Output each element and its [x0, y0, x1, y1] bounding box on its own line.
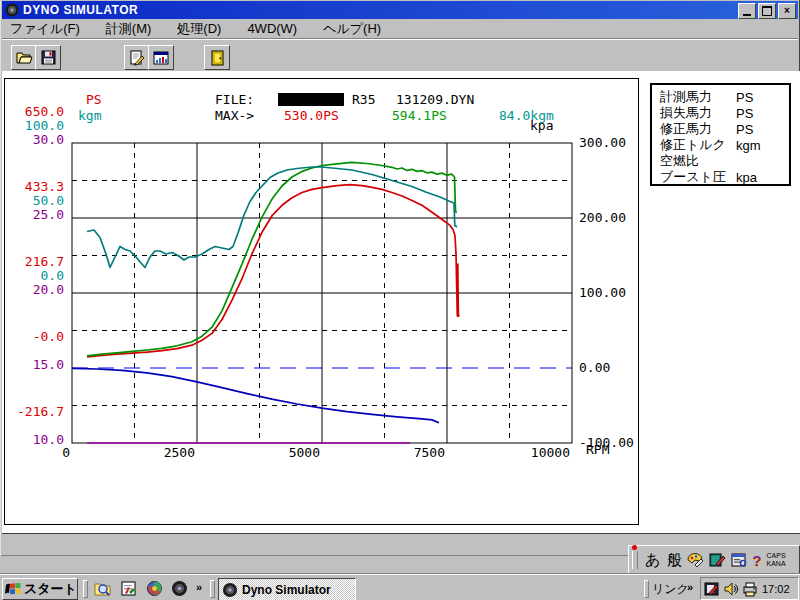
dyno-app-icon — [222, 582, 238, 598]
y-axis-af-label: 20.0 — [2, 283, 64, 297]
ime-dictionary-icon[interactable] — [708, 551, 726, 569]
quicklaunch-grip[interactable] — [83, 580, 88, 598]
y-axis-ps-label: -0.0 — [2, 330, 64, 344]
edit-report-button[interactable] — [124, 45, 150, 70]
curve-損失馬力 — [72, 368, 439, 422]
ime-caps-kana-indicator: CAPS KANA — [767, 552, 786, 568]
close-icon: × — [784, 6, 790, 16]
titlebar[interactable]: DYNO SIMULATOR × — [2, 1, 798, 19]
legend-row: 空燃比 — [660, 153, 789, 169]
minimize-icon — [743, 14, 751, 16]
legend-unit: PS — [736, 122, 753, 137]
y-axis-af-label: 30.0 — [2, 133, 64, 147]
floppy-disk-icon — [41, 50, 56, 65]
taskbar: スタート » — [0, 574, 800, 600]
window-title: DYNO SIMULATOR — [23, 3, 138, 17]
maximize-button[interactable] — [758, 3, 776, 19]
exit-door-icon — [211, 50, 224, 66]
exit-app-button[interactable] — [204, 45, 230, 70]
curve-修正馬力 — [87, 162, 456, 356]
links-grip[interactable] — [644, 580, 649, 598]
ime-language-bar[interactable]: あ 般 ? CAPS KANA — [628, 545, 800, 575]
dyno-app-icon[interactable] — [171, 580, 188, 597]
y-axis-kpa-label: 200.00 — [579, 211, 626, 225]
y-axis-kpa-label: -100.00 — [579, 436, 634, 450]
note-pen-icon[interactable] — [120, 580, 137, 597]
taskbar-clock[interactable]: 17:02 — [762, 583, 790, 595]
legend-row: 修正トルクkgm — [660, 137, 789, 153]
open-file-button[interactable] — [11, 45, 37, 70]
save-file-button[interactable] — [35, 45, 61, 70]
dyno-simulator-window: DYNO SIMULATOR × ファイル(F) 計測(M) 処理(D) 4WD… — [0, 0, 800, 557]
menu-measure[interactable]: 計測(M) — [100, 18, 158, 40]
speaker-icon[interactable] — [723, 581, 739, 597]
legend-row: 修正馬力PS — [660, 121, 789, 137]
legend-unit: PS — [736, 106, 753, 121]
search-folder-icon[interactable] — [94, 580, 111, 597]
y-axis-ps-label: 433.3 — [2, 180, 64, 194]
app-tire-icon — [5, 3, 19, 17]
x-axis-rpm-label: 5000 — [262, 446, 320, 460]
ime-status-dot — [632, 545, 637, 550]
close-button[interactable]: × — [778, 3, 796, 19]
y-axis-af-label: 10.0 — [2, 433, 64, 447]
x-axis-rpm-label: 7500 — [387, 446, 445, 460]
menu-file[interactable]: ファイル(F) — [4, 18, 86, 40]
ime-conversion-mode[interactable]: 般 — [667, 551, 682, 570]
windows-flag-icon — [5, 582, 21, 596]
start-label: スタート — [24, 580, 77, 598]
chart-window-icon — [153, 51, 169, 65]
y-axis-af-label: 15.0 — [2, 358, 64, 372]
ime-help-icon[interactable]: ? — [752, 552, 761, 569]
y-axis-ps-label: -216.7 — [2, 405, 64, 419]
y-axis-ps-label: 650.0 — [2, 105, 64, 119]
chart-client-area: PS kgm FILE: R35 131209.DYN MAX-> 530.0P… — [2, 71, 800, 534]
legend-row: ブースト圧kpa — [660, 169, 789, 185]
legend-unit: kgm — [736, 138, 761, 153]
ime-grip-handle[interactable] — [632, 551, 638, 569]
y-axis-kgm-label: 0.0 — [2, 269, 64, 283]
color-ball-icon[interactable] — [146, 580, 163, 597]
taskband-grip[interactable] — [210, 580, 215, 598]
curve-計測馬力 — [87, 185, 459, 357]
desktop-screen: DYNO SIMULATOR × ファイル(F) 計測(M) 処理(D) 4WD… — [0, 0, 800, 600]
menu-process[interactable]: 処理(D) — [171, 18, 227, 40]
ime-pad-icon[interactable] — [730, 551, 748, 569]
legend-row: 損失馬力PS — [660, 105, 789, 121]
printer-icon[interactable] — [742, 581, 758, 597]
caps-indicator: CAPS — [767, 552, 786, 560]
toolbar — [2, 38, 798, 72]
quicklaunch-overflow-chevron[interactable]: » — [196, 581, 202, 593]
menu-4wd[interactable]: 4WD(W) — [241, 19, 303, 38]
x-axis-rpm-label: 0 — [12, 446, 70, 460]
legend-unit: PS — [736, 90, 753, 105]
legend-unit: kpa — [736, 170, 757, 185]
document-pencil-icon — [129, 50, 145, 66]
y-axis-kpa-label: 300.00 — [579, 136, 626, 150]
menu-bar: ファイル(F) 計測(M) 処理(D) 4WD(W) ヘルプ(H) — [2, 19, 798, 38]
start-button[interactable]: スタート — [2, 578, 78, 600]
ime-input-mode[interactable]: あ — [645, 551, 660, 570]
legend-name: ブースト圧 — [660, 168, 736, 186]
y-axis-kpa-label: 100.00 — [579, 286, 626, 300]
minimize-button[interactable] — [738, 3, 756, 19]
maximize-icon — [762, 6, 772, 16]
links-toolbar-label[interactable]: リンク — [652, 581, 689, 598]
channel-legend-box: 計測馬力PS 損失馬力PS 修正馬力PS 修正トルクkgm 空燃比 ブースト圧k… — [650, 83, 791, 186]
task-button-dyno-simulator[interactable]: Dyno Simulator — [218, 578, 356, 600]
y-axis-ps-label: 216.7 — [2, 255, 64, 269]
y-axis-kgm-label: 100.0 — [2, 119, 64, 133]
kana-indicator: KANA — [767, 560, 786, 568]
x-axis-rpm-label: 2500 — [137, 446, 195, 460]
ime-tools-icon[interactable] — [686, 551, 704, 569]
links-overflow-chevron[interactable]: » — [687, 581, 693, 593]
task-button-label: Dyno Simulator — [242, 583, 331, 597]
y-axis-af-label: 25.0 — [2, 208, 64, 222]
menu-help[interactable]: ヘルプ(H) — [317, 18, 387, 40]
y-axis-kpa-label: 0.00 — [579, 361, 610, 375]
y-axis-kgm-label: 50.0 — [2, 194, 64, 208]
measure-monitor-button[interactable] — [148, 45, 174, 70]
legend-row: 計測馬力PS — [660, 89, 789, 105]
pen-tablet-icon[interactable] — [704, 581, 720, 597]
system-tray: 17:02 — [700, 577, 799, 600]
